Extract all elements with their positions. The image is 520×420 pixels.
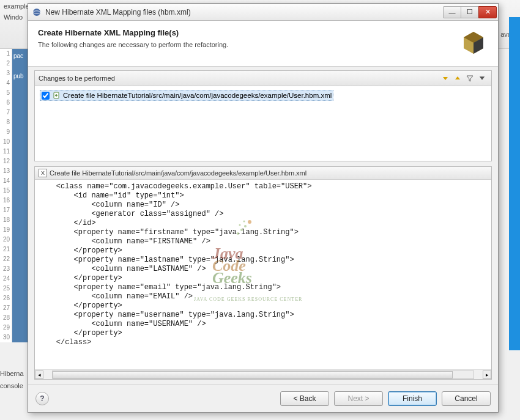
wizard-banner: Create Hibernate XML Mapping file(s) The… — [28, 21, 498, 67]
preview-panel: X Create file HibernateTutorial/src/main… — [34, 166, 492, 380]
code-text: <class name="com.javacodegeeks.example.U… — [39, 182, 311, 347]
svg-point-10 — [239, 224, 241, 226]
next-button[interactable]: Next > — [334, 391, 383, 406]
changes-header: Changes to be performed — [35, 71, 491, 86]
cancel-button[interactable]: Cancel — [442, 391, 491, 406]
scroll-left-icon[interactable]: ◂ — [35, 370, 43, 379]
help-icon: ? — [40, 394, 44, 403]
preview-header-label: Create file HibernateTutorial/src/main/j… — [50, 169, 306, 177]
console-label: console — [0, 382, 23, 389]
button-bar: ? < Back Next > Finish Cancel — [28, 385, 498, 412]
changes-tree[interactable]: Create file HibernateTutorial/src/main/j… — [35, 86, 491, 161]
change-checkbox[interactable] — [42, 92, 50, 100]
help-button[interactable]: ? — [35, 392, 49, 405]
right-strip — [509, 17, 520, 350]
back-button[interactable]: < Back — [280, 391, 329, 406]
line-gutter: 1234567891011121314151617181920212223242… — [0, 49, 12, 342]
changes-panel: Changes to be performed — [34, 70, 492, 161]
banner-heading: Create Hibernate XML Mapping file(s) — [38, 28, 459, 37]
preview-badge-icon: X — [39, 169, 47, 177]
line-pac: pac — [12, 49, 28, 63]
preview-header: X Create file HibernateTutorial/src/main… — [35, 167, 491, 180]
watermark-sub: JAVA CODE GEEKS RESOURCE CENTER — [194, 295, 302, 304]
code-preview[interactable]: <class name="com.javacodegeeks.example.U… — [35, 180, 491, 369]
horizontal-scrollbar[interactable]: ◂ ▸ — [35, 369, 491, 379]
change-item-label: Create file HibernateTutorial/src/main/j… — [63, 92, 332, 99]
changes-header-label: Changes to be performed — [39, 75, 115, 82]
filter-icon[interactable] — [464, 73, 475, 84]
svg-point-0 — [33, 9, 40, 16]
maximize-button[interactable]: ☐ — [461, 6, 479, 18]
collapse-up-icon[interactable] — [452, 73, 463, 84]
menu-example[interactable]: example — [4, 2, 29, 10]
banner-subtext: The following changes are necessary to p… — [38, 41, 459, 48]
line-pub: pub — [12, 63, 28, 79]
file-create-icon — [52, 91, 61, 100]
titlebar: New Hibernate XML Mapping files (hbm.xml… — [28, 4, 498, 21]
change-item[interactable]: Create file HibernateTutorial/src/main/j… — [40, 90, 333, 101]
svg-point-11 — [243, 221, 245, 223]
hibernate-logo-icon — [459, 28, 488, 57]
window-title: New Hibernate XML Mapping files (hbm.xml… — [45, 8, 444, 17]
svg-point-8 — [244, 225, 247, 227]
close-button[interactable]: ✕ — [478, 6, 497, 18]
finish-button[interactable]: Finish — [388, 391, 437, 406]
expand-down-icon[interactable] — [440, 73, 451, 84]
svg-point-9 — [248, 220, 251, 224]
code-strip: pac pub — [12, 49, 28, 342]
scroll-right-icon[interactable]: ▸ — [483, 370, 491, 379]
eclipse-icon — [32, 7, 42, 17]
dropdown-arrow-icon[interactable] — [477, 73, 488, 84]
minimize-button[interactable]: — — [443, 6, 461, 18]
menu-window[interactable]: Windo — [4, 13, 23, 21]
wizard-dialog: New Hibernate XML Mapping files (hbm.xml… — [28, 3, 499, 413]
hibernate-label: Hiberna — [0, 370, 24, 377]
